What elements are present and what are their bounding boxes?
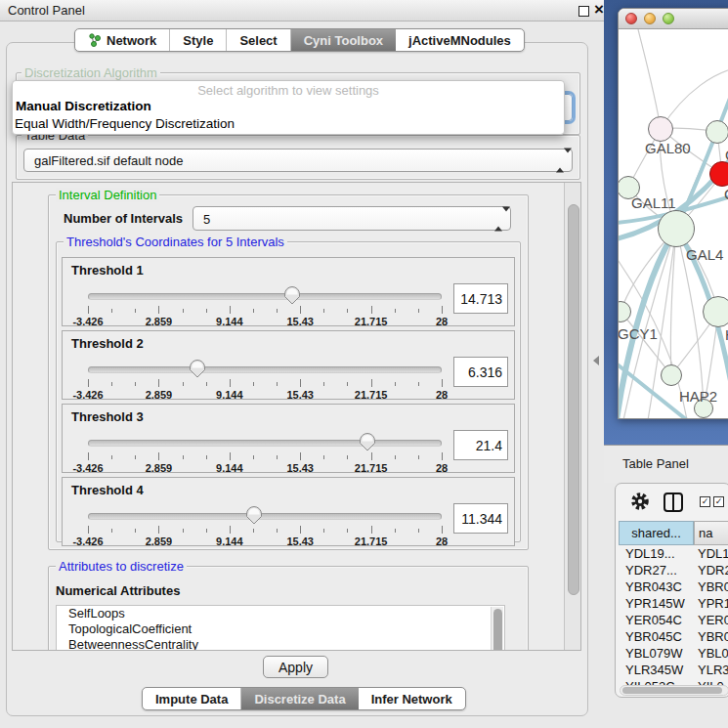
- cell-shared-name[interactable]: YER054C: [619, 612, 694, 628]
- network-node-hap2[interactable]: [661, 364, 682, 386]
- network-node-top-right[interactable]: [706, 120, 728, 144]
- tab-jactivemnodules[interactable]: jActiveMNodules: [396, 29, 524, 51]
- cell-name[interactable]: YDL1: [694, 545, 728, 562]
- number-of-intervals-value: 5: [203, 211, 210, 226]
- table-horizontal-scrollbar[interactable]: [620, 685, 728, 696]
- tick-label: -3.426: [72, 389, 103, 401]
- tick-label: 28: [436, 462, 448, 474]
- tick-label: 15.43: [286, 462, 314, 474]
- slider-ticks: [88, 452, 442, 461]
- dropdown-option-equal-width[interactable]: Equal Width/Frequency Discretization: [15, 116, 235, 131]
- checkbox-icon[interactable]: ✓: [713, 496, 724, 507]
- threshold-3-value-input[interactable]: [453, 430, 508, 460]
- table-row[interactable]: YBL079WYBL0: [619, 645, 728, 662]
- cell-shared-name[interactable]: YDR27...: [619, 562, 694, 578]
- tab-network[interactable]: Network: [75, 29, 170, 51]
- list-scrollbar-thumb[interactable]: [493, 609, 502, 651]
- list-scrollbar[interactable]: [491, 607, 503, 651]
- network-node-selected-red[interactable]: [709, 161, 728, 187]
- slider-tick-labels: -3.426 2.859 9.144 15.43 21.715 28: [88, 462, 442, 474]
- tick-label: 15.43: [286, 389, 314, 401]
- table-row[interactable]: YDR27...YDR2: [619, 562, 728, 578]
- slider-track[interactable]: [88, 293, 442, 300]
- threshold-4-value-input[interactable]: [453, 503, 508, 534]
- cell-name[interactable]: YBR0: [694, 578, 728, 595]
- tick-label: 2.859: [146, 316, 173, 327]
- settings-scrollbar[interactable]: [564, 183, 581, 651]
- table-row[interactable]: YER054CYER0: [619, 612, 728, 628]
- tab-select-label: Select: [239, 33, 277, 48]
- list-item[interactable]: BetweennessCentrality: [57, 637, 504, 651]
- window-minimize-button[interactable]: [644, 13, 656, 24]
- cell-name[interactable]: YBR0: [694, 628, 728, 645]
- table-horizontal-scrollbar-thumb[interactable]: [622, 687, 722, 694]
- tab-style[interactable]: Style: [170, 29, 227, 51]
- network-window: GAL80 G. GAL11 C GAL4 GCY1 H HAP2: [618, 8, 728, 419]
- threshold-3-slider[interactable]: -3.426 2.859 9.144 15.43 21.715 28: [88, 432, 442, 473]
- threshold-2-value-input[interactable]: [453, 357, 508, 387]
- slider-ticks: [88, 306, 442, 315]
- column-layout-icon[interactable]: [664, 492, 683, 512]
- cell-name[interactable]: YBL0: [694, 645, 728, 662]
- window-close-button[interactable]: [625, 13, 637, 24]
- cell-shared-name[interactable]: YBR045C: [619, 628, 694, 645]
- cell-shared-name[interactable]: YLR345W: [619, 662, 694, 678]
- tick-label: 21.715: [355, 316, 388, 327]
- network-node-gal80[interactable]: [648, 116, 673, 142]
- table-row[interactable]: YBR045CYBR0: [619, 628, 728, 645]
- column-header-name[interactable]: na: [694, 521, 728, 545]
- cell-name[interactable]: YLR3: [694, 662, 728, 678]
- node-label-gal80: GAL80: [645, 140, 691, 156]
- table-row[interactable]: YPR145WYPR1: [619, 595, 728, 612]
- tab-cyni-toolbox[interactable]: Cyni Toolbox: [291, 29, 396, 51]
- table-row[interactable]: YDL19...YDL1: [619, 545, 728, 562]
- number-of-intervals-combobox[interactable]: 5: [193, 206, 511, 231]
- threshold-2-slider[interactable]: -3.426 2.859 9.144 15.43 21.715 28: [88, 359, 442, 400]
- settings-scrollbar-thumb[interactable]: [568, 204, 579, 595]
- dropdown-option-manual[interactable]: Manual Discretization: [16, 99, 151, 113]
- slider-thumb[interactable]: [189, 359, 206, 378]
- threshold-4-slider[interactable]: -3.426 2.859 9.144 15.43 21.715 28: [88, 505, 442, 546]
- apply-button[interactable]: Apply: [263, 656, 328, 678]
- cell-name[interactable]: YDR2: [694, 562, 728, 578]
- tab-impute-data[interactable]: Impute Data: [143, 688, 241, 709]
- cell-name[interactable]: YPR1: [694, 595, 728, 612]
- threshold-1-value-input[interactable]: [453, 283, 508, 314]
- gear-icon[interactable]: [630, 492, 650, 511]
- table-row[interactable]: YLR345WYLR3: [619, 662, 728, 678]
- cell-shared-name[interactable]: YDL19...: [619, 545, 694, 562]
- network-node-right[interactable]: [703, 296, 728, 327]
- slider-thumb[interactable]: [283, 285, 301, 305]
- tab-select[interactable]: Select: [227, 29, 290, 51]
- tick-label: 9.144: [216, 389, 243, 401]
- cell-shared-name[interactable]: YBR043C: [619, 578, 694, 595]
- tick-label: 28: [436, 389, 448, 401]
- list-item[interactable]: SelfLoops: [57, 606, 504, 621]
- slider-ticks: [88, 526, 442, 535]
- slider-track[interactable]: [88, 513, 442, 520]
- slider-track[interactable]: [88, 366, 442, 373]
- cell-shared-name[interactable]: YBL079W: [619, 645, 694, 662]
- panel-splitter-handle[interactable]: [593, 356, 599, 365]
- network-window-titlebar[interactable]: [619, 9, 728, 29]
- list-item[interactable]: TopologicalCoefficient: [57, 621, 504, 637]
- float-window-icon[interactable]: [578, 6, 589, 17]
- network-node-gal4[interactable]: [658, 210, 695, 247]
- threshold-1-slider[interactable]: -3.426 2.859 9.144 15.43 21.715 28: [88, 285, 442, 326]
- table-data-combobox[interactable]: galFiltered.sif default node: [23, 149, 573, 172]
- window-zoom-button[interactable]: [663, 13, 674, 24]
- slider-track[interactable]: [88, 440, 442, 447]
- slider-thumb[interactable]: [359, 432, 376, 451]
- table-row[interactable]: YBR043CYBR0: [619, 578, 728, 595]
- tab-discretize-data[interactable]: Discretize Data: [241, 688, 358, 709]
- checkbox-icon[interactable]: ✓: [700, 496, 710, 507]
- slider-thumb[interactable]: [245, 505, 263, 525]
- thresholds-group-title: Threshold's Coordinates for 5 Intervals: [64, 235, 287, 249]
- cell-shared-name[interactable]: YPR145W: [619, 595, 694, 612]
- cell-name[interactable]: YER0: [694, 612, 728, 628]
- column-header-shared-name[interactable]: shared...: [619, 521, 694, 545]
- tab-jactivemnodules-label: jActiveMNodules: [408, 33, 511, 48]
- tick-label: 9.144: [216, 535, 243, 547]
- close-icon[interactable]: ×: [594, 0, 604, 20]
- tab-infer-network[interactable]: Infer Network: [359, 688, 465, 709]
